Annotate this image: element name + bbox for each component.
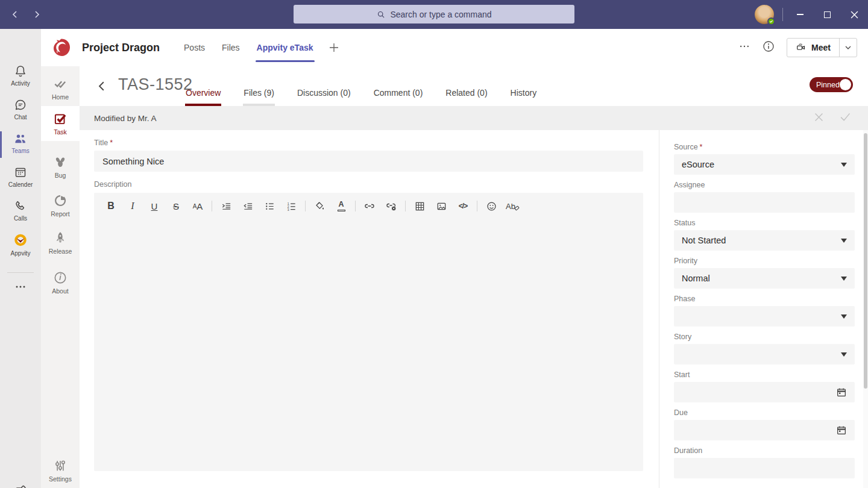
editor-toolbar: B I U S AA	[94, 193, 643, 214]
strikethrough-icon: S	[173, 201, 179, 211]
task-details-panel: Source* eSource Assignee Status Not Star…	[659, 130, 863, 488]
module-item-home[interactable]: Home	[41, 71, 80, 106]
duration-label: Duration	[674, 446, 854, 455]
indent-button[interactable]	[215, 198, 237, 214]
task-tab-history[interactable]: History	[510, 88, 538, 106]
module-item-label: Bug	[55, 172, 66, 179]
team-header-actions: Meet	[738, 29, 857, 66]
details-scrollbar[interactable]	[863, 130, 868, 488]
module-item-label: About	[52, 287, 68, 295]
channel-info-button[interactable]	[763, 40, 775, 55]
meet-button[interactable]: Meet	[787, 39, 839, 57]
minimize-button[interactable]	[787, 0, 814, 29]
module-item-label: Home	[52, 93, 69, 101]
channel-more-button[interactable]	[738, 40, 750, 55]
assignee-input[interactable]	[674, 192, 855, 213]
task-tab-files[interactable]: Files (9)	[243, 88, 275, 106]
description-editor-body[interactable]	[94, 214, 643, 467]
priority-dropdown[interactable]: Normal	[674, 268, 855, 289]
chevron-right-icon	[33, 10, 41, 19]
back-button[interactable]	[7, 7, 23, 22]
module-item-task[interactable]: Task	[41, 106, 80, 141]
strikethrough-button[interactable]: S	[165, 198, 187, 214]
home-checks-icon	[52, 76, 68, 92]
title-input[interactable]	[94, 151, 643, 172]
scrollbar-thumb[interactable]	[864, 133, 867, 389]
rail-item-label: Chat	[14, 114, 27, 120]
insert-link-button[interactable]	[359, 198, 380, 214]
search-input[interactable]: Search or type a command	[294, 5, 574, 23]
bold-icon: B	[107, 201, 115, 211]
underline-button[interactable]: U	[143, 198, 165, 214]
description-editor[interactable]: B I U S AA	[94, 193, 643, 471]
story-dropdown[interactable]	[674, 344, 855, 364]
discard-changes-button[interactable]	[813, 111, 825, 125]
bullet-list-button[interactable]	[259, 198, 280, 214]
paint-bucket-icon	[314, 201, 326, 212]
forward-button[interactable]	[29, 7, 45, 22]
font-color-button[interactable]: A	[330, 198, 352, 214]
outdent-button[interactable]	[237, 198, 259, 214]
highlight-color-button[interactable]	[309, 198, 330, 214]
emoji-button[interactable]	[480, 198, 502, 214]
module-item-report[interactable]: Report	[41, 188, 80, 223]
add-tab-button[interactable]	[326, 39, 342, 56]
module-item-settings[interactable]: Settings	[41, 453, 80, 488]
meet-options-button[interactable]	[840, 39, 857, 57]
clear-formatting-button[interactable]: Ab	[502, 198, 524, 214]
source-value: eSource	[682, 160, 841, 169]
field-group-source: Source* eSource	[674, 143, 854, 175]
pie-chart-icon	[52, 193, 68, 208]
tab-posts[interactable]: Posts	[175, 29, 213, 66]
field-group-due: Due	[674, 408, 854, 440]
task-tab-overview[interactable]: Overview	[185, 88, 221, 106]
description-label: Description	[94, 180, 643, 189]
insert-image-button[interactable]	[430, 198, 452, 214]
rail-item-apps[interactable]: Apps	[0, 484, 41, 488]
rail-item-calendar[interactable]: Calender	[0, 165, 41, 188]
code-snippet-button[interactable]: </>	[452, 198, 474, 214]
module-item-release[interactable]: Release	[41, 225, 80, 260]
rail-item-appvity[interactable]: Appvity	[0, 233, 41, 257]
tab-files[interactable]: Files	[213, 29, 248, 66]
task-tab-related[interactable]: Related (0)	[445, 88, 488, 106]
source-dropdown[interactable]: eSource	[674, 154, 855, 175]
rail-item-chat[interactable]: Chat	[0, 98, 41, 120]
rail-item-activity[interactable]: Activity	[0, 64, 41, 87]
module-item-about[interactable]: About	[41, 265, 80, 300]
start-date-input[interactable]	[674, 382, 855, 402]
module-rail: Home Task Bug Report	[41, 66, 80, 488]
task-tab-comment[interactable]: Comment (0)	[373, 88, 424, 106]
insert-table-button[interactable]	[409, 198, 430, 214]
close-button[interactable]	[841, 0, 868, 29]
status-dropdown[interactable]: Not Started	[674, 230, 855, 251]
due-date-input[interactable]	[674, 420, 855, 440]
field-group-start: Start	[674, 371, 854, 402]
toolbar-divider	[405, 201, 406, 211]
italic-button[interactable]: I	[122, 198, 143, 214]
calendar-icon	[13, 165, 28, 180]
maximize-button[interactable]	[814, 0, 841, 29]
rail-item-label: Appvity	[11, 250, 31, 257]
avatar[interactable]	[755, 5, 774, 24]
pinned-toggle[interactable]: Pinned	[810, 77, 853, 92]
font-size-button[interactable]: AA	[187, 198, 209, 214]
module-item-bug[interactable]: Bug	[41, 149, 80, 184]
team-header: Project Dragon Posts Files Appvity eTask	[41, 29, 868, 66]
appvity-logo-icon	[13, 233, 28, 248]
duration-input[interactable]	[674, 458, 855, 478]
bold-button[interactable]: B	[100, 198, 122, 214]
tab-appvity-etask[interactable]: Appvity eTask	[248, 29, 322, 66]
app-rail: Activity Chat Teams Calender	[0, 29, 41, 488]
task-tab-discussion[interactable]: Discussion (0)	[297, 88, 351, 106]
rail-item-teams[interactable]: Teams	[0, 131, 41, 154]
plus-icon	[329, 42, 339, 53]
more-apps-button[interactable]	[0, 280, 41, 294]
save-changes-button[interactable]	[839, 111, 851, 125]
required-asterisk: *	[110, 139, 113, 147]
phase-dropdown[interactable]	[674, 306, 855, 327]
rail-item-calls[interactable]: Calls	[0, 199, 41, 222]
remove-link-button[interactable]	[380, 198, 402, 214]
numbered-list-button[interactable]: 1 2 3	[280, 198, 302, 214]
task-back-button[interactable]	[95, 80, 108, 93]
